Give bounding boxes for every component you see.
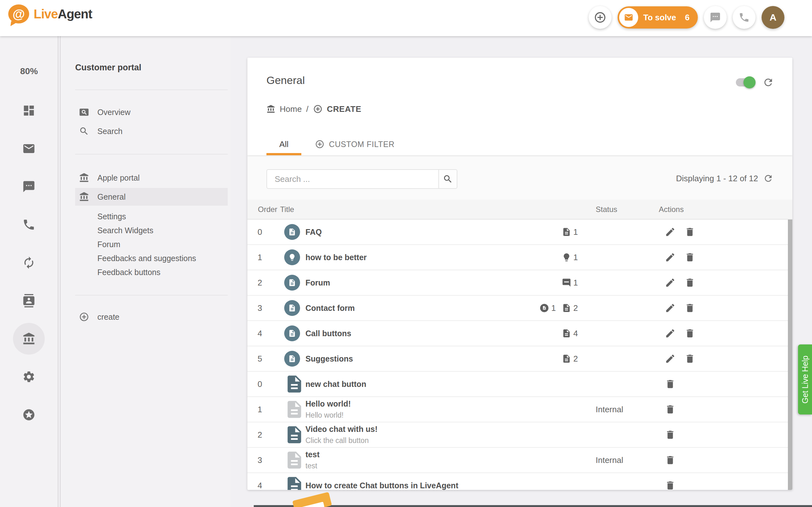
row-order: 2 [247, 430, 284, 440]
toggle-knob [744, 76, 756, 89]
refresh-button[interactable] [763, 77, 774, 88]
rail-divider-line [58, 36, 58, 507]
sidebar-item-overview[interactable]: Overview [60, 103, 230, 122]
row-title[interactable]: Hello world! [305, 399, 508, 408]
row-title[interactable]: Forum [305, 278, 508, 287]
rail-item-customer-portal[interactable] [13, 323, 45, 354]
bank-icon [22, 332, 36, 345]
sidebar-item-label: General [97, 192, 125, 202]
chats-button[interactable] [704, 6, 727, 29]
rail-item-chats[interactable] [13, 171, 45, 203]
get-live-help-button[interactable]: Get Live Help [798, 344, 812, 414]
sidebar-subitem-feedbacks-and-suggestions[interactable]: Feedbacks and suggestions [60, 251, 230, 265]
refresh-list-button[interactable] [763, 173, 773, 183]
rail-item-customers[interactable] [13, 285, 45, 317]
delete-button[interactable] [665, 379, 676, 389]
delete-button[interactable] [665, 404, 676, 415]
breadcrumb-create[interactable]: CREATE [327, 104, 362, 114]
pencil-icon [665, 252, 676, 263]
row-title[interactable]: Video chat with us! [305, 425, 508, 434]
sidebar-item-search[interactable]: Search [60, 122, 230, 141]
delete-button[interactable] [665, 429, 676, 440]
rail-item-dashboard[interactable] [13, 95, 45, 126]
pagination-info: Displaying 1 - 12 of 12 [676, 173, 773, 183]
trash-icon [684, 252, 695, 263]
delete-button[interactable] [684, 227, 695, 237]
trash-icon [665, 379, 676, 389]
count-doc-badge: 1 [540, 303, 556, 313]
row-title[interactable]: Suggestions [305, 354, 508, 363]
lightbulb-circle-icon [284, 249, 300, 265]
rail-item-gamification[interactable] [13, 399, 45, 431]
trash-icon [684, 227, 695, 237]
edit-button[interactable] [665, 353, 676, 364]
row-title[interactable]: test [305, 450, 508, 459]
delete-button[interactable] [684, 328, 695, 339]
tab-custom-filter[interactable]: CUSTOM FILTER [315, 133, 395, 155]
delete-button[interactable] [684, 353, 695, 364]
rail-item-automation[interactable] [13, 247, 45, 279]
topbar-actions: To solve 6 A [589, 6, 784, 29]
portal-enabled-toggle[interactable] [736, 78, 754, 87]
column-status: Status [596, 205, 617, 214]
delete-button[interactable] [665, 480, 676, 490]
home-bank-icon [266, 105, 275, 113]
sidebar-subitem-search-widgets[interactable]: Search Widgets [60, 223, 230, 237]
sidebar-subitem-settings[interactable]: Settings [60, 210, 230, 223]
edit-button[interactable] [665, 328, 676, 339]
table-row: 4How to create Chat buttons in LiveAgent [247, 473, 792, 490]
row-title[interactable]: how to be better [305, 253, 508, 262]
row-subtitle: test [305, 462, 508, 470]
sync-icon [22, 256, 36, 269]
row-title[interactable]: How to create Chat buttons in LiveAgent [305, 481, 508, 490]
gear-icon [22, 370, 36, 383]
row-title[interactable]: new chat button [305, 380, 508, 389]
user-avatar[interactable]: A [762, 6, 784, 29]
edit-button[interactable] [665, 252, 676, 263]
search-icon [78, 125, 90, 137]
tab-all[interactable]: All [266, 133, 301, 155]
to-solve-button[interactable]: To solve 6 [618, 6, 698, 29]
to-solve-label: To solve [643, 13, 676, 22]
liveagent-logo[interactable]: @ LiveAgent [8, 4, 92, 23]
breadcrumb-home[interactable]: Home [280, 104, 302, 114]
chat-icon [710, 12, 721, 23]
icon-rail: 80% [0, 36, 58, 507]
rail-item-calls[interactable] [13, 209, 45, 240]
table-row: 2Forum1 [247, 270, 792, 296]
edit-button[interactable] [665, 227, 676, 237]
row-title[interactable]: Contact form [305, 303, 508, 313]
sidebar-subitem-feedback-buttons[interactable]: Feedback buttons [60, 265, 230, 279]
bank-icon [78, 191, 90, 203]
row-title[interactable]: Call buttons [305, 329, 508, 338]
row-title[interactable]: FAQ [305, 228, 508, 237]
rail-item-configuration[interactable] [13, 361, 45, 393]
sidebar-item-create[interactable]: create [60, 307, 230, 326]
contacts-icon [22, 294, 36, 307]
search-input[interactable] [266, 169, 438, 189]
table-row: 0FAQ1 [247, 220, 792, 245]
phone-icon [739, 12, 750, 23]
edit-button[interactable] [665, 277, 676, 288]
delete-button[interactable] [684, 302, 695, 314]
delete-button[interactable] [684, 277, 695, 288]
rail-item-tickets[interactable] [13, 133, 45, 164]
delete-button[interactable] [684, 252, 695, 263]
table-row: 4Call buttons4 [247, 321, 792, 346]
edit-button[interactable] [665, 302, 676, 314]
search-button[interactable] [438, 169, 457, 189]
document-circle-icon [284, 224, 300, 240]
delete-button[interactable] [665, 455, 676, 465]
sidebar-item-apple-portal[interactable]: Apple portal [60, 168, 230, 187]
sidebar-item-general[interactable]: General [60, 187, 230, 206]
envelope-icon [619, 8, 638, 27]
sidebar-subitem-forum[interactable]: Forum [60, 237, 230, 251]
calls-button[interactable] [733, 6, 756, 29]
sidebar-item-label: create [97, 313, 119, 322]
general-portal-card: General Home / CREATE All CUSTOM FILTER [247, 58, 792, 490]
row-order: 4 [247, 329, 284, 338]
table-scrollbar[interactable] [788, 220, 792, 490]
add-new-button[interactable] [589, 6, 612, 29]
breadcrumb-separator: / [306, 104, 308, 114]
icon-rail-items [13, 95, 45, 431]
